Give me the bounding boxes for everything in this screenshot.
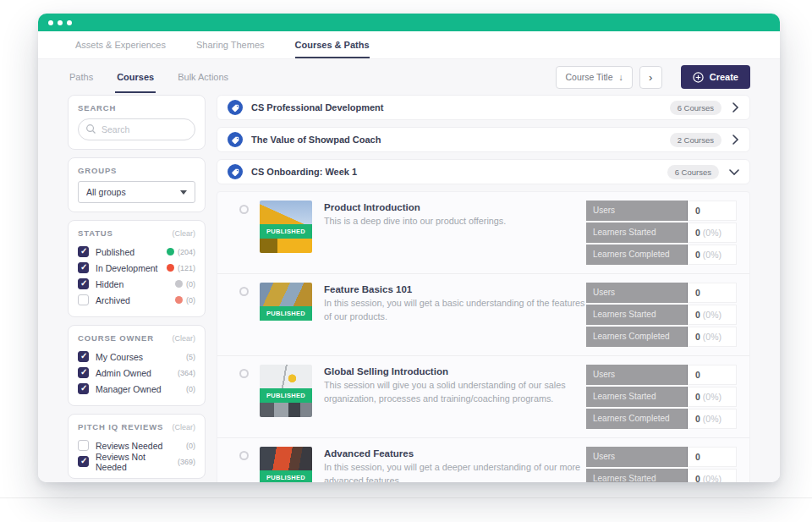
stat-row-learners-started: Learners Started 0(0%) [586,469,737,482]
status-dot-archived [175,296,183,304]
drag-handle-icon[interactable] [239,205,249,214]
filter-sidebar: SEARCH GROUPS All groups STATUS [68,95,206,482]
stat-label: Learners Completed [586,327,688,347]
thumbnail-image [260,201,312,224]
drag-handle-icon[interactable] [239,287,249,296]
stat-number: 0 [695,414,700,424]
groups-dropdown[interactable]: All groups [78,181,195,203]
course-owner-section-title: COURSE OWNER [78,333,154,343]
stat-label: Learners Started [586,305,688,325]
tab-sharing-themes[interactable]: Sharing Themes [196,31,265,58]
checkbox-in-development[interactable] [78,262,89,273]
stat-value: 0(0%) [688,469,737,482]
status-clear-link[interactable]: (Clear) [172,229,195,238]
chevron-right-icon[interactable] [732,135,739,145]
filter-row-reviews-not-needed: Reviews Not Needed (369) [78,453,195,470]
tab-courses-paths[interactable]: Courses & Paths [295,31,370,58]
subtab-paths[interactable]: Paths [68,61,95,93]
stat-percent: (0%) [703,392,721,402]
stat-row-learners-completed: Learners Completed 0(0%) [586,409,737,429]
published-badge: PUBLISHED [260,388,312,403]
stat-row-learners-completed: Learners Completed 0(0%) [586,245,737,265]
pitch-iq-clear-link[interactable]: (Clear) [172,423,195,431]
pitch-iq-section: PITCH IQ REVIEWS (Clear) Reviews Needed … [68,414,206,479]
stat-value: 0(0%) [688,245,737,265]
chevron-down-icon [180,190,187,195]
next-page-button[interactable]: › [639,66,662,89]
course-thumbnail[interactable]: PUBLISHED [260,365,312,417]
stat-percent: (0%) [703,250,721,260]
filter-count: (204) [178,248,195,256]
stat-percent: (0%) [703,414,721,424]
filter-count: (121) [178,264,195,272]
primary-tabs: Assets & Experiences Sharing Themes Cour… [38,31,780,59]
stat-row-learners-completed: Learners Completed 0(0%) [586,327,737,347]
course-stats-table: Users 0 Learners Started 0(0%) Learners … [586,283,737,347]
filter-count: (0) [186,385,195,393]
drag-handle-icon[interactable] [239,451,249,460]
course-thumbnail[interactable]: PUBLISHED [260,447,312,482]
course-stats-table: Users 0 Learners Started 0(0%) Learners … [586,201,737,265]
thumbnail-image [260,403,312,417]
groups-section: GROUPS All groups [68,157,206,212]
tab-assets-experiences[interactable]: Assets & Experiences [75,31,166,58]
course-row-advanced-features: PUBLISHED Advanced Features In this sess… [217,438,749,482]
chevron-right-icon[interactable] [732,102,739,113]
course-count-badge: 6 Courses [667,165,719,179]
filter-label: My Courses [96,352,143,362]
checkbox-archived[interactable] [78,294,89,305]
checkbox-reviews-needed[interactable] [78,440,89,451]
window-dot-icon[interactable] [48,20,53,25]
page-edge-line [0,497,812,498]
toolbar-right: Course Title ↓ › Create [556,65,750,89]
checkbox-published[interactable] [78,246,89,257]
stat-percent: (0%) [703,332,721,342]
course-title[interactable]: Feature Basics 101 [324,284,586,294]
drag-handle-icon[interactable] [239,369,249,378]
course-owner-clear-link[interactable]: (Clear) [172,334,195,343]
checkbox-manager-owned[interactable] [78,383,89,394]
course-stats-table: Users 0 Learners Started 0(0%) Learners … [586,365,737,429]
status-dot-hidden [175,280,183,288]
stat-number: 0 [695,250,700,260]
group-title: The Value of Showpad Coach [251,135,381,145]
checkbox-hidden[interactable] [78,278,89,289]
course-title[interactable]: Advanced Features [324,448,586,459]
filter-count: (5) [186,353,195,361]
window-dot-icon[interactable] [67,20,72,25]
stat-label: Learners Started [586,387,688,407]
sort-course-title-dropdown[interactable]: Course Title ↓ [556,66,632,89]
group-header-value-of-showpad-coach[interactable]: The Value of Showpad Coach 2 Courses [217,127,750,152]
status-section-title: STATUS [78,228,113,238]
checkbox-admin-owned[interactable] [78,367,89,378]
groups-dropdown-value: All groups [86,187,126,197]
filter-label: Reviews Needed [96,441,162,451]
stat-row-learners-started: Learners Started 0(0%) [586,387,737,407]
window-dot-icon[interactable] [58,20,63,25]
chevron-right-icon: › [649,71,652,84]
sort-direction-icon: ↓ [619,72,623,82]
filter-label: Reviews Not Needed [96,452,178,472]
course-thumbnail[interactable]: PUBLISHED [260,283,312,335]
course-title[interactable]: Global Selling Introduction [324,366,586,376]
group-title: CS Professional Development [251,102,384,113]
group-header-cs-professional-development[interactable]: CS Professional Development 6 Courses [217,95,750,120]
course-count-badge: 6 Courses [670,101,721,115]
chevron-down-icon[interactable] [729,168,739,176]
course-title[interactable]: Product Introduction [324,202,586,212]
group-header-cs-onboarding-week-1[interactable]: CS Onboarding: Week 1 6 Courses [217,159,750,184]
filter-count: (0) [186,442,195,450]
create-button[interactable]: Create [681,65,750,89]
course-thumbnail[interactable]: PUBLISHED [260,201,312,253]
checkbox-my-courses[interactable] [78,351,89,362]
filter-row-in-development: In Development (121) [78,260,195,276]
subtab-bulk-actions[interactable]: Bulk Actions [176,61,230,93]
checkbox-reviews-not-needed[interactable] [78,456,89,467]
search-icon [85,124,96,135]
status-dot-in-development [167,264,174,272]
course-row-global-selling-introduction: PUBLISHED Global Selling Introduction Th… [217,356,749,438]
subtab-courses[interactable]: Courses [115,61,156,93]
course-owner-section: COURSE OWNER (Clear) My Courses (5) Admi… [68,325,206,406]
course-list-panel: CS Professional Development 6 Courses Th… [217,95,750,482]
course-info: Feature Basics 101 In this session, you … [324,283,586,323]
